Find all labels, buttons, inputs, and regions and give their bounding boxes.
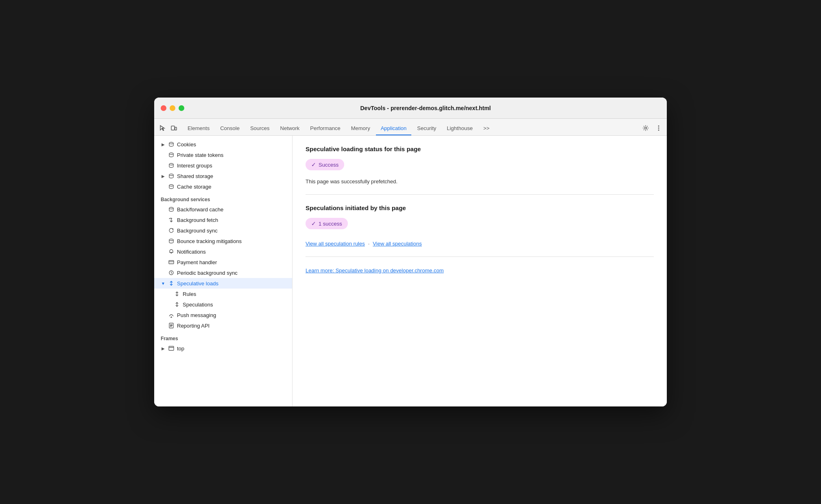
device-toolbar-icon[interactable] bbox=[169, 123, 179, 133]
cookies-icon bbox=[168, 141, 175, 148]
reporting-api-label: Reporting API bbox=[177, 323, 210, 329]
tabbar: Elements Console Sources Network Perform… bbox=[154, 119, 667, 136]
tab-elements[interactable]: Elements bbox=[183, 122, 214, 135]
sidebar-item-cookies[interactable]: ▶ Cookies bbox=[154, 139, 292, 150]
sidebar-item-shared-storage[interactable]: ▶ Shared storage bbox=[154, 171, 292, 181]
speculations-icon bbox=[174, 301, 180, 308]
sidebar-item-push-messaging[interactable]: ▶ Push messaging bbox=[154, 310, 292, 320]
one-success-badge-label: 1 success bbox=[319, 221, 342, 227]
svg-point-4 bbox=[658, 128, 659, 129]
devtools-window: DevTools - prerender-demos.glitch.me/nex… bbox=[154, 98, 667, 406]
notifications-icon bbox=[168, 248, 175, 255]
top-label: top bbox=[177, 345, 184, 352]
link-separator: · bbox=[368, 241, 370, 247]
rules-label: Rules bbox=[183, 291, 196, 297]
payment-handler-icon bbox=[168, 259, 175, 265]
sidebar-item-speculative-loads[interactable]: ▼ Speculative loads bbox=[154, 278, 292, 289]
bounce-tracking-label: Bounce tracking mitigations bbox=[177, 238, 242, 244]
periodic-sync-label: Periodic background sync bbox=[177, 270, 238, 276]
more-options-icon[interactable] bbox=[654, 123, 664, 133]
svg-point-12 bbox=[169, 239, 173, 241]
select-element-icon[interactable] bbox=[157, 123, 167, 133]
speculative-loads-arrow-icon: ▼ bbox=[161, 281, 166, 286]
shared-storage-arrow-icon: ▶ bbox=[161, 174, 166, 178]
sidebar-item-bounce-tracking[interactable]: ▶ Bounce tracking mitigations bbox=[154, 236, 292, 246]
svg-point-5 bbox=[658, 130, 659, 131]
panel: Speculative loading status for this page… bbox=[293, 136, 667, 406]
sidebar-item-interest-groups[interactable]: ▶ Interest groups bbox=[154, 160, 292, 171]
section2-title: Speculations initiated by this page bbox=[306, 204, 654, 211]
sidebar-item-background-fetch[interactable]: ▶ Background fetch bbox=[154, 215, 292, 225]
settings-icon[interactable] bbox=[641, 123, 651, 133]
sidebar-item-periodic-background-sync[interactable]: ▶ Periodic background sync bbox=[154, 267, 292, 278]
section1-description: This page was successfully prefetched. bbox=[306, 178, 654, 185]
tab-console[interactable]: Console bbox=[215, 122, 245, 135]
tab-performance[interactable]: Performance bbox=[305, 122, 345, 135]
svg-point-8 bbox=[169, 163, 173, 165]
maximize-button[interactable] bbox=[179, 105, 184, 111]
tab-memory[interactable]: Memory bbox=[346, 122, 375, 135]
learn-more-section: Learn more: Speculative loading on devel… bbox=[306, 267, 654, 284]
tab-network[interactable]: Network bbox=[275, 122, 305, 135]
notifications-label: Notifications bbox=[177, 249, 206, 255]
svg-point-9 bbox=[169, 174, 173, 176]
success-badge-label: Success bbox=[319, 162, 338, 168]
speculative-loads-label: Speculative loads bbox=[177, 280, 218, 287]
sidebar-item-cache-storage[interactable]: ▶ Cache storage bbox=[154, 181, 292, 192]
bounce-tracking-icon bbox=[168, 238, 175, 244]
rules-icon bbox=[174, 291, 180, 297]
sidebar-item-notifications[interactable]: ▶ Notifications bbox=[154, 246, 292, 257]
interest-groups-icon bbox=[168, 162, 175, 169]
tab-sources[interactable]: Sources bbox=[245, 122, 275, 135]
sidebar-item-top[interactable]: ▶ top bbox=[154, 343, 292, 354]
traffic-lights bbox=[161, 105, 184, 111]
svg-rect-1 bbox=[175, 127, 177, 130]
titlebar: DevTools - prerender-demos.glitch.me/nex… bbox=[154, 98, 667, 119]
tab-right-icons bbox=[641, 123, 664, 135]
success-badge: ✓ Success bbox=[306, 159, 344, 170]
view-all-speculation-rules-link[interactable]: View all speculation rules bbox=[306, 241, 365, 247]
tab-application[interactable]: Application bbox=[376, 122, 412, 135]
svg-point-11 bbox=[169, 207, 173, 209]
sidebar-item-speculations[interactable]: Speculations bbox=[154, 299, 292, 310]
success-check-icon: ✓ bbox=[311, 161, 316, 168]
speculative-loads-icon bbox=[168, 280, 175, 287]
minimize-button[interactable] bbox=[170, 105, 175, 111]
payment-handler-label: Payment handler bbox=[177, 259, 217, 265]
svg-point-2 bbox=[645, 127, 647, 129]
speculations-initiated-section: Speculations initiated by this page ✓ 1 … bbox=[306, 204, 654, 257]
private-state-icon bbox=[168, 152, 175, 158]
background-fetch-label: Background fetch bbox=[177, 217, 218, 223]
sidebar-item-background-sync[interactable]: ▶ Background sync bbox=[154, 225, 292, 236]
sidebar-item-rules[interactable]: Rules bbox=[154, 289, 292, 299]
svg-rect-22 bbox=[169, 346, 174, 350]
push-messaging-icon bbox=[168, 312, 175, 318]
cache-storage-icon bbox=[168, 183, 175, 190]
svg-point-10 bbox=[169, 185, 173, 186]
tab-more[interactable]: >> bbox=[478, 122, 494, 135]
tab-security[interactable]: Security bbox=[412, 122, 441, 135]
svg-point-3 bbox=[658, 126, 659, 127]
interest-groups-label: Interest groups bbox=[177, 163, 212, 169]
sidebar: ▶ Cookies ▶ Private st bbox=[154, 136, 293, 406]
tab-lighthouse[interactable]: Lighthouse bbox=[442, 122, 478, 135]
view-all-speculations-link[interactable]: View all speculations bbox=[373, 241, 421, 247]
shared-storage-label: Shared storage bbox=[177, 173, 213, 179]
sidebar-item-private-state-tokens[interactable]: ▶ Private state tokens bbox=[154, 150, 292, 160]
private-state-label: Private state tokens bbox=[177, 152, 223, 158]
sidebar-item-back-forward-cache[interactable]: ▶ Back/forward cache bbox=[154, 204, 292, 215]
main-content: ▶ Cookies ▶ Private st bbox=[154, 136, 667, 406]
background-sync-icon bbox=[168, 227, 175, 234]
frame-icon bbox=[168, 345, 175, 352]
expand-arrow-icon: ▶ bbox=[161, 142, 166, 147]
cookies-label: Cookies bbox=[177, 141, 196, 148]
shared-storage-icon bbox=[168, 173, 175, 179]
svg-point-7 bbox=[169, 153, 173, 154]
sidebar-item-reporting-api[interactable]: ▶ Reporting API bbox=[154, 320, 292, 331]
learn-more-link[interactable]: Learn more: Speculative loading on devel… bbox=[306, 267, 444, 274]
sidebar-item-payment-handler[interactable]: ▶ Payment handler bbox=[154, 257, 292, 267]
speculative-loading-status-section: Speculative loading status for this page… bbox=[306, 146, 654, 195]
top-arrow-icon: ▶ bbox=[161, 346, 166, 351]
close-button[interactable] bbox=[161, 105, 166, 111]
back-forward-icon bbox=[168, 206, 175, 213]
